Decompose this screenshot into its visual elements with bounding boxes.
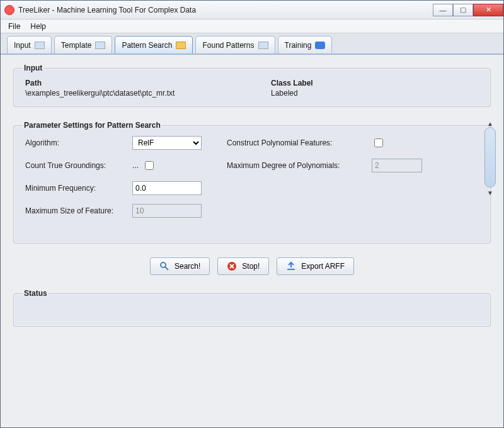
class-label-value: Labeled [271,89,479,98]
search-icon [159,261,169,271]
folder-icon [258,42,268,49]
app-icon [4,5,14,15]
tab-pattern-search[interactable]: Pattern Search [115,36,193,54]
search-button-label: Search! [175,262,200,271]
tab-training[interactable]: Training [278,36,333,54]
max-degree-label: Maximum Degree of Polynomials: [227,161,372,170]
tabstrip: Input Template Pattern Search Found Patt… [1,33,503,55]
path-label: Path [25,79,233,87]
menu-file[interactable]: File [3,21,25,32]
max-degree-field [372,159,422,172]
count-true-ellipsis: ... [132,161,139,170]
minimize-button[interactable]: — [433,4,453,16]
tab-input-label: Input [14,41,31,50]
svg-point-0 [161,262,166,268]
folder-icon [95,42,105,49]
max-size-field [132,204,202,218]
input-panel: Input Path \examples_treelikergui\ptc\da… [13,64,491,107]
svg-rect-5 [287,269,295,270]
construct-poly-label: Construct Polynomial Features: [227,138,372,147]
tab-pattern-search-label: Pattern Search [122,41,172,50]
scroll-down-icon[interactable]: ▼ [486,189,495,196]
input-legend: Input [23,64,43,72]
training-icon [315,42,325,49]
algorithm-select[interactable]: RelF [132,136,202,150]
window-controls: — ▢ ✕ [433,4,503,16]
stop-button[interactable]: Stop! [217,257,269,275]
content-area: Input Path \examples_treelikergui\ptc\da… [1,55,503,428]
export-icon [286,261,296,271]
stop-icon [227,261,237,271]
folder-open-icon [176,42,186,49]
search-button[interactable]: Search! [150,257,210,275]
window-title: TreeLiker - Machine Learning Tool For Co… [18,6,196,14]
menu-help[interactable]: Help [25,21,51,32]
algorithm-label: Algorithm: [25,138,132,147]
titlebar: TreeLiker - Machine Learning Tool For Co… [1,1,503,20]
scroll-up-icon[interactable]: ▲ [486,120,495,127]
document-icon [35,42,45,49]
vertical-scrollbar[interactable] [484,127,496,188]
app-window: TreeLiker - Machine Learning Tool For Co… [0,0,504,428]
close-button[interactable]: ✕ [473,4,503,16]
tab-found-patterns[interactable]: Found Patterns [195,36,275,54]
class-label-label: Class Label [271,79,479,87]
stop-button-label: Stop! [242,262,260,271]
export-arff-button[interactable]: Export ARFF [277,257,354,275]
status-panel: Status [13,289,491,327]
export-button-label: Export ARFF [301,262,345,271]
tab-template[interactable]: Template [54,36,113,54]
status-legend: Status [23,289,49,298]
tab-found-patterns-label: Found Patterns [202,41,254,50]
params-legend: Parameter Settings for Pattern Search [23,121,162,130]
min-freq-field[interactable] [132,181,202,195]
tab-template-label: Template [61,41,92,50]
count-true-checkbox[interactable] [145,161,154,170]
count-true-label: Count True Groundings: [25,161,132,170]
tab-input[interactable]: Input [7,36,52,54]
path-value: \examples_treelikergui\ptc\dataset\ptc_m… [25,89,233,98]
params-panel: Parameter Settings for Pattern Search Al… [13,121,491,244]
maximize-button[interactable]: ▢ [453,4,473,16]
tab-training-label: Training [285,41,312,50]
construct-poly-checkbox[interactable] [374,138,383,147]
min-freq-label: Minimum Frequency: [25,184,132,193]
svg-line-1 [165,267,168,270]
action-buttons: Search! Stop! Export ARFF [13,257,491,275]
menubar: File Help [1,20,503,33]
max-size-label: Maximum Size of Feature: [25,206,132,215]
